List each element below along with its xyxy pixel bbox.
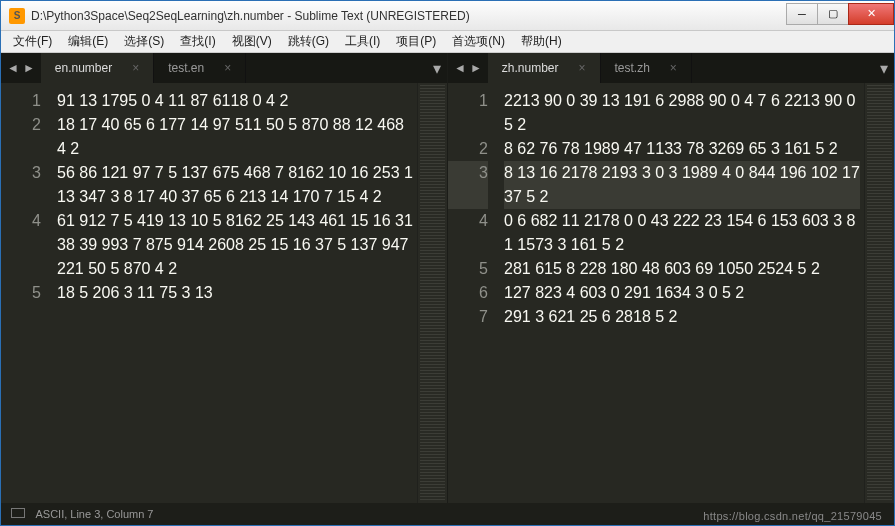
close-tab-icon[interactable]: ×	[224, 61, 231, 75]
forward-icon[interactable]: ►	[23, 61, 35, 75]
code-left[interactable]: 12345 91 13 1795 0 4 11 87 6118 0 4 218 …	[1, 83, 447, 503]
tab-en-number[interactable]: en.number ×	[41, 53, 154, 83]
menu-view[interactable]: 视图(V)	[226, 31, 278, 52]
tab-test-en[interactable]: test.en ×	[154, 53, 246, 83]
menu-tools[interactable]: 工具(I)	[339, 31, 386, 52]
tab-label: test.en	[168, 61, 204, 75]
titlebar[interactable]: S D:\Python3Space\Seq2SeqLearning\zh.num…	[1, 1, 894, 31]
watermark: https://blog.csdn.net/qq_21579045	[703, 510, 882, 522]
tab-row-right: ◄ ► zh.number × test.zh × ▾	[448, 53, 894, 83]
minimize-button[interactable]: ─	[786, 3, 818, 25]
menu-find[interactable]: 查找(I)	[174, 31, 221, 52]
close-tab-icon[interactable]: ×	[670, 61, 677, 75]
back-icon[interactable]: ◄	[454, 61, 466, 75]
minimap[interactable]	[417, 83, 447, 503]
tab-overflow-icon[interactable]: ▾	[427, 53, 447, 83]
tab-test-zh[interactable]: test.zh ×	[601, 53, 692, 83]
code-right[interactable]: 1234567 2213 90 0 39 13 191 6 2988 90 0 …	[448, 83, 894, 503]
menu-edit[interactable]: 编辑(E)	[62, 31, 114, 52]
pane-left: ◄ ► en.number × test.en × ▾ 12345	[1, 53, 448, 503]
window-controls: ─ ▢ ✕	[787, 7, 894, 25]
menu-help[interactable]: 帮助(H)	[515, 31, 568, 52]
code-content[interactable]: 2213 90 0 39 13 191 6 2988 90 0 4 7 6 22…	[498, 83, 864, 503]
panel-switcher-icon[interactable]	[11, 508, 25, 518]
editor-area: ◄ ► en.number × test.en × ▾ 12345	[1, 53, 894, 503]
tab-row-left: ◄ ► en.number × test.en × ▾	[1, 53, 447, 83]
history-nav-left: ◄ ►	[1, 53, 41, 83]
pane-right: ◄ ► zh.number × test.zh × ▾ 1234567	[448, 53, 894, 503]
menu-select[interactable]: 选择(S)	[118, 31, 170, 52]
menu-file[interactable]: 文件(F)	[7, 31, 58, 52]
history-nav-right: ◄ ►	[448, 53, 488, 83]
app-icon: S	[9, 8, 25, 24]
tab-zh-number[interactable]: zh.number ×	[488, 53, 601, 83]
forward-icon[interactable]: ►	[470, 61, 482, 75]
tab-label: test.zh	[615, 61, 650, 75]
close-button[interactable]: ✕	[848, 3, 894, 25]
gutter: 12345	[1, 83, 51, 503]
window-title: D:\Python3Space\Seq2SeqLearning\zh.numbe…	[31, 9, 787, 23]
tab-overflow-icon[interactable]: ▾	[874, 53, 894, 83]
menu-project[interactable]: 项目(P)	[390, 31, 442, 52]
close-tab-icon[interactable]: ×	[578, 61, 585, 75]
menu-goto[interactable]: 跳转(G)	[282, 31, 335, 52]
maximize-button[interactable]: ▢	[817, 3, 849, 25]
menu-prefs[interactable]: 首选项(N)	[446, 31, 511, 52]
minimap[interactable]	[864, 83, 894, 503]
tab-label: zh.number	[502, 61, 559, 75]
close-tab-icon[interactable]: ×	[132, 61, 139, 75]
tab-label: en.number	[55, 61, 112, 75]
gutter: 1234567	[448, 83, 498, 503]
code-content[interactable]: 91 13 1795 0 4 11 87 6118 0 4 218 17 40 …	[51, 83, 417, 503]
menubar: 文件(F) 编辑(E) 选择(S) 查找(I) 视图(V) 跳转(G) 工具(I…	[1, 31, 894, 53]
back-icon[interactable]: ◄	[7, 61, 19, 75]
status-text: ASCII, Line 3, Column 7	[35, 508, 153, 520]
